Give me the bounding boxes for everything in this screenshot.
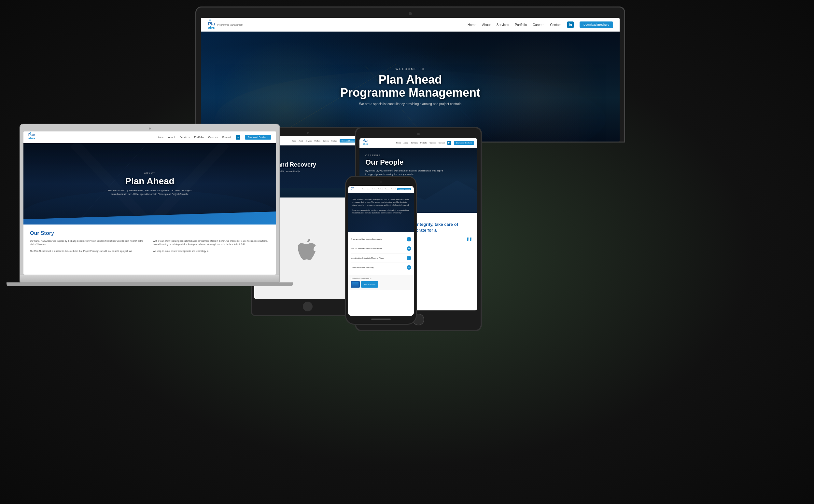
- phone-service-item-2[interactable]: NEC / Contract Schedule Assurance +: [351, 244, 411, 253]
- monitor-nav-contact[interactable]: Contact: [550, 23, 561, 27]
- phone-service-plus-3[interactable]: +: [407, 256, 411, 260]
- laptop-story-col1: Our name, Plan Ahead, was inspired by th…: [30, 239, 146, 253]
- svg-text:ahead: ahead: [208, 25, 215, 29]
- laptop-camera: [149, 128, 151, 129]
- phone-nav-services[interactable]: Services: [372, 188, 377, 190]
- phone-logo: Plan ahead: [351, 186, 354, 192]
- tablet-left-camera: [307, 132, 309, 134]
- svg-text:ahead: ahead: [363, 143, 368, 145]
- tablet-right-nav-services[interactable]: Services: [411, 142, 418, 144]
- laptop-hero-about-label: ABOUT: [144, 172, 155, 174]
- laptop-hero: ABOUT Plan Ahead Founded in 2006 by Matt…: [23, 143, 276, 225]
- tablet-right-navbar: Plan ahead Home About Services Portfolio…: [359, 138, 477, 148]
- tablet-right-nav-links: Home About Services Portfolio Careers Co…: [396, 141, 474, 145]
- phone-service-item-3[interactable]: Visualisation & Logistic Phasing Plans +: [351, 253, 411, 263]
- tablet-right-logo: Plan ahead: [363, 139, 368, 147]
- laptop-hero-desc: Founded in 2006 by Matthew Flack, Plan A…: [104, 189, 195, 196]
- monitor-nav-home[interactable]: Home: [468, 23, 476, 27]
- monitor-logo: Plan ahead Programme Management: [207, 19, 243, 31]
- laptop-hero-title: Plan Ahead: [125, 176, 174, 186]
- phone-services-section: Programme Submission Documents + NEC / C…: [348, 232, 414, 275]
- phone-nav-home[interactable]: Home: [362, 188, 365, 190]
- laptop-nav-careers[interactable]: Careers: [208, 136, 217, 139]
- tablet-left-nav-services[interactable]: Services: [306, 140, 312, 142]
- monitor-hero-welcome: WELCOME TO: [395, 67, 425, 71]
- tablet-right-careers-label: CAREERS: [365, 154, 472, 157]
- tablet-left-nav-careers[interactable]: Careers: [323, 140, 329, 142]
- laptop-story-title: Our Story: [30, 230, 269, 236]
- laptop-screen: Plan ahead Home About Services Portfolio…: [23, 131, 276, 275]
- phone-download-btn[interactable]: Download Brochure: [397, 188, 411, 190]
- svg-text:ahead: ahead: [28, 137, 35, 140]
- linkedin-icon[interactable]: in: [567, 21, 574, 28]
- tablet-left-nav-contact[interactable]: Contact: [331, 140, 337, 142]
- tablet-right-nav-home[interactable]: Home: [396, 142, 401, 144]
- laptop-story-columns: Our name, Plan Ahead, was inspired by th…: [30, 239, 269, 253]
- phone-nav-contact[interactable]: Contact: [391, 188, 395, 190]
- tablet-left-nav-portfolio[interactable]: Portfolio: [314, 140, 320, 142]
- tablet-right-download-btn[interactable]: Download Brochure: [454, 141, 474, 145]
- phone-nav-links: Home About Services Portfolio Careers Co…: [362, 188, 411, 190]
- tablet-right-camera: [417, 133, 420, 135]
- svg-marker-11: [30, 132, 31, 133]
- laptop-hinge: [7, 282, 293, 286]
- svg-text:Plan: Plan: [363, 140, 368, 143]
- phone-hero-text: "Plan Ahead is the project management pl…: [348, 193, 414, 220]
- laptop-nav-portfolio[interactable]: Portfolio: [194, 136, 203, 139]
- laptop-nav-links: Home About Services Portfolio Careers Co…: [157, 135, 271, 140]
- tablet-left-nav-home[interactable]: Home: [292, 140, 296, 142]
- phone-service-item-1[interactable]: Programme Submission Documents +: [351, 235, 411, 244]
- svg-text:Plan: Plan: [28, 133, 35, 137]
- phone-home-indicator: [371, 319, 391, 320]
- monitor-nav-services[interactable]: Services: [497, 23, 509, 27]
- phone-download-section: Download our brochure or Start an Enquir…: [348, 275, 414, 290]
- tablet-right-nav-careers[interactable]: Careers: [430, 142, 436, 144]
- monitor-download-btn[interactable]: Download Brochure: [580, 21, 613, 28]
- tablet-right-nav-contact[interactable]: Contact: [439, 142, 445, 144]
- phone-enquiry-btn[interactable]: Start an Enquiry: [361, 281, 378, 288]
- monitor-screen: Plan ahead Programme Management Home Abo…: [201, 18, 620, 142]
- tablet-right-linkedin-icon[interactable]: in: [448, 141, 451, 145]
- laptop-story-section: Our Story Our name, Plan Ahead, was insp…: [23, 225, 276, 259]
- monitor-nav-links: Home About Services Portfolio Careers Co…: [468, 21, 613, 28]
- tablet-left-home-btn[interactable]: [303, 302, 312, 311]
- tablet-right-close-quote: ": [466, 238, 472, 249]
- phone-service-plus-4[interactable]: +: [407, 265, 411, 270]
- laptop-nav-services[interactable]: Services: [179, 136, 189, 139]
- svg-marker-24: [364, 139, 365, 140]
- tablet-right-nav-about[interactable]: About: [404, 142, 408, 144]
- phone-nav-careers[interactable]: Careers: [385, 188, 389, 190]
- monitor-frame: Plan ahead Programme Management Home Abo…: [195, 7, 625, 143]
- phone-service-plus-2[interactable]: +: [407, 246, 411, 251]
- monitor-hero-subtitle: We are a specialist consultancy providin…: [359, 102, 462, 106]
- tablet-left-nav-about[interactable]: About: [298, 140, 303, 142]
- laptop-nav-contact[interactable]: Contact: [222, 136, 231, 139]
- monitor-camera: [409, 12, 412, 15]
- monitor-hero-title: Plan Ahead Programme Management: [340, 73, 480, 99]
- laptop-logo: Plan ahead: [28, 132, 35, 143]
- laptop-linkedin-icon[interactable]: in: [236, 135, 240, 140]
- tablet-right-nav-portfolio[interactable]: Portfolio: [421, 142, 427, 144]
- laptop-story-col2: With a team of 30+ planning consultants …: [153, 239, 269, 253]
- phone-nav-about[interactable]: About: [366, 188, 370, 190]
- tablet-right-hero-title: Our People: [365, 158, 472, 167]
- phone-nav-portfolio[interactable]: Portfolio: [378, 188, 383, 190]
- monitor-nav-careers[interactable]: Careers: [533, 23, 545, 27]
- svg-marker-3: [209, 19, 211, 20]
- phone-download-buttons: Start an Enquiry: [351, 281, 411, 288]
- phone-brochure-thumbnail[interactable]: [351, 281, 360, 288]
- phone-frame: Plan ahead Home About Services Portfolio…: [345, 176, 417, 325]
- svg-text:Plan: Plan: [351, 187, 354, 189]
- monitor-nav-portfolio[interactable]: Portfolio: [515, 23, 527, 27]
- laptop-nav-about[interactable]: About: [168, 136, 175, 139]
- monitor-logo-icon: Plan ahead: [207, 19, 215, 31]
- laptop-navbar: Plan ahead Home About Services Portfolio…: [23, 131, 276, 143]
- monitor-nav-about[interactable]: About: [482, 23, 491, 27]
- phone-service-item-4[interactable]: Cost & Resource Planning +: [351, 263, 411, 272]
- laptop-nav-home[interactable]: Home: [157, 136, 163, 139]
- monitor-logo-sub: Programme Management: [217, 24, 243, 26]
- laptop-download-btn[interactable]: Download Brochure: [245, 135, 271, 140]
- svg-text:ahead: ahead: [351, 189, 354, 191]
- phone-text-block: "Plan Ahead is the project management pl…: [351, 197, 411, 216]
- phone-service-plus-1[interactable]: +: [407, 237, 411, 241]
